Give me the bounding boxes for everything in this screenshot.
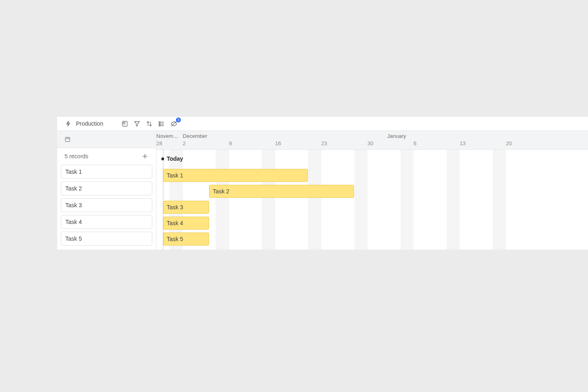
gantt-row: Task 3 bbox=[156, 199, 588, 215]
view-title-group[interactable]: Production bbox=[65, 120, 103, 127]
date-field-selector[interactable] bbox=[57, 131, 156, 148]
day-label: 9 bbox=[229, 140, 232, 146]
day-label: 13 bbox=[460, 140, 466, 146]
toolbar: Production 3 bbox=[57, 117, 588, 131]
svg-rect-2 bbox=[159, 122, 160, 123]
gantt-bar[interactable]: Task 5 bbox=[163, 233, 209, 246]
day-labels-row: 282916233061320 bbox=[156, 140, 588, 148]
month-label: December bbox=[183, 133, 207, 139]
today-label-text: Today bbox=[167, 155, 183, 162]
gantt-row: Task 1 bbox=[156, 168, 588, 184]
record-item[interactable]: Task 3 bbox=[61, 198, 152, 212]
app-container: Production 3 5 records bbox=[57, 116, 588, 250]
hide-fields-button[interactable]: 3 bbox=[170, 120, 178, 127]
day-label: 23 bbox=[321, 140, 327, 146]
record-item[interactable]: Task 5 bbox=[61, 232, 152, 246]
timeline[interactable]: Novem…DecemberJanuary 282916233061320 To… bbox=[156, 131, 588, 250]
gantt-row: Task 4 bbox=[156, 215, 588, 231]
day-label: 2 bbox=[183, 140, 186, 146]
calendar-icon bbox=[65, 136, 71, 142]
add-record-button[interactable] bbox=[141, 153, 149, 160]
records-count-label: 5 records bbox=[65, 153, 88, 159]
view-title: Production bbox=[76, 120, 103, 127]
record-item[interactable]: Task 2 bbox=[61, 182, 152, 195]
month-label: January bbox=[387, 133, 406, 139]
timeline-body[interactable]: TodayTask 1Task 2Task 3Task 4Task 5 bbox=[156, 150, 588, 250]
day-label: 20 bbox=[506, 140, 512, 146]
record-list: Task 1Task 2Task 3Task 4Task 5 bbox=[57, 165, 156, 250]
svg-rect-9 bbox=[65, 137, 70, 142]
filter-button[interactable] bbox=[134, 120, 141, 127]
day-label: 16 bbox=[275, 140, 281, 146]
gantt-row: Task 5 bbox=[156, 231, 588, 247]
day-label: 30 bbox=[368, 140, 373, 146]
today-label[interactable]: Today bbox=[161, 155, 183, 162]
hidden-fields-badge: 3 bbox=[176, 117, 181, 122]
gantt-bar[interactable]: Task 2 bbox=[209, 185, 354, 198]
records-header: 5 records bbox=[57, 148, 156, 165]
gantt-rows: Task 1Task 2Task 3Task 4Task 5 bbox=[156, 168, 588, 247]
group-button[interactable] bbox=[158, 120, 165, 127]
gantt-row: Task 2 bbox=[156, 184, 588, 199]
svg-rect-4 bbox=[159, 125, 160, 126]
month-label: Novem… bbox=[156, 133, 178, 139]
record-item[interactable]: Task 4 bbox=[61, 215, 152, 229]
day-label: 28 bbox=[156, 140, 162, 146]
customize-cards-button[interactable] bbox=[121, 120, 129, 127]
month-labels-row: Novem…DecemberJanuary bbox=[156, 133, 588, 140]
record-item[interactable]: Task 1 bbox=[61, 165, 152, 179]
day-label: 6 bbox=[414, 140, 416, 146]
today-marker bbox=[163, 150, 163, 250]
timeline-header: Novem…DecemberJanuary 282916233061320 bbox=[156, 131, 588, 150]
sidebar: 5 records Task 1Task 2Task 3Task 4Task 5 bbox=[57, 131, 156, 250]
svg-rect-3 bbox=[159, 123, 160, 124]
main-area: 5 records Task 1Task 2Task 3Task 4Task 5… bbox=[57, 131, 588, 250]
gantt-bar[interactable]: Task 4 bbox=[163, 217, 209, 230]
lightning-icon bbox=[65, 120, 72, 127]
sort-button[interactable] bbox=[146, 120, 153, 127]
svg-rect-1 bbox=[123, 122, 125, 124]
gantt-bar[interactable]: Task 1 bbox=[163, 169, 308, 182]
gantt-bar[interactable]: Task 3 bbox=[163, 201, 209, 214]
